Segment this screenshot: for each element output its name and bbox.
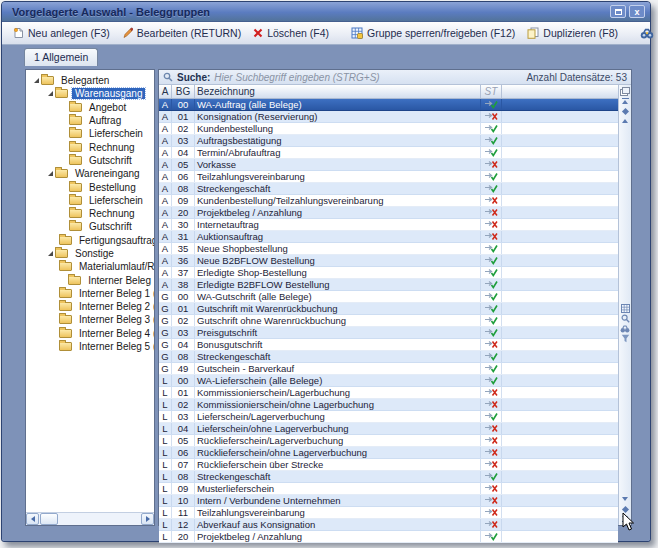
table-row[interactable]: A02Kundenbestellung: [159, 123, 618, 135]
tree-item-wareneingang[interactable]: Wareneingang: [26, 167, 154, 180]
scroll-up-icon[interactable]: [620, 116, 631, 126]
toolbar-button-duplicate[interactable]: Duplizieren (F8): [522, 25, 623, 41]
table-row[interactable]: L03Lieferschein/Lagerverbuchung: [159, 411, 618, 423]
table-row[interactable]: G04Bonusgutschrift: [159, 339, 618, 351]
search-input[interactable]: Hier Suchbegriff eingeben (STRG+S): [214, 72, 522, 83]
scroll-to-top-icon[interactable]: [620, 96, 631, 106]
table-row[interactable]: G49Gutschein - Barverkauf: [159, 363, 618, 375]
status-active-icon: [481, 123, 502, 134]
table-row[interactable]: A38Erledigte B2BFLOW Bestellung: [159, 279, 618, 291]
tree-item-auftrag[interactable]: Auftrag: [26, 114, 154, 127]
tree-item-interner-beleg-3-pps[interactable]: Interner Beleg 3 (PPS): [26, 313, 154, 326]
tab-allgemein[interactable]: 1 Allgemein: [24, 48, 98, 66]
table-row[interactable]: L08Streckengeschäft: [159, 471, 618, 483]
column-header-a[interactable]: A: [159, 85, 172, 98]
table-row[interactable]: L01Kommissionierschein/Lagerbuchung: [159, 387, 618, 399]
table-row[interactable]: L02Kommissionierschein/ohne Lagerbuchung: [159, 399, 618, 411]
tree-item-interner-beleg-1-pps[interactable]: Interner Beleg 1 (PPS): [26, 287, 154, 300]
table-row[interactable]: A37Erledigte Shop-Bestellung: [159, 267, 618, 279]
table-row[interactable]: G08Streckengeschäft: [159, 351, 618, 363]
column-chooser-icon[interactable]: [620, 86, 631, 96]
tree-scrollbar-thumb[interactable]: [40, 513, 58, 525]
table-row[interactable]: G00WA-Gutschrift (alle Belege): [159, 291, 618, 303]
status-locked-icon: [481, 159, 502, 170]
tree-item-interner-beleg-4-pps[interactable]: Interner Beleg 4 (PPS): [26, 327, 154, 340]
tree-item-gutschrift[interactable]: Gutschrift: [26, 220, 154, 233]
table-row[interactable]: G03Preisgutschrift: [159, 327, 618, 339]
table-row[interactable]: A01Konsignation (Reservierung): [159, 111, 618, 123]
toolbar-button-search[interactable]: Suchen (STRG+S): [635, 25, 658, 41]
table-row[interactable]: A30Internetauftrag: [159, 219, 618, 231]
tree-item-interner-beleg[interactable]: Interner Beleg: [26, 273, 154, 286]
table-row[interactable]: L10Intern / Verbundene Unternehmen: [159, 495, 618, 507]
tree-expander-icon[interactable]: [45, 251, 55, 256]
table-row[interactable]: G01Gutschrift mit Warenrückbuchung: [159, 303, 618, 315]
toolbar-button-delete[interactable]: Löschen (F4): [248, 25, 334, 41]
table-row[interactable]: A05Vorkasse: [159, 159, 618, 171]
table-row[interactable]: A20Projektbeleg / Anzahlung: [159, 207, 618, 219]
table-row[interactable]: A00WA-Auftrag (alle Belege): [159, 99, 618, 111]
filter-icon[interactable]: [620, 334, 631, 344]
tree-item-lieferschein[interactable]: Lieferschein: [26, 127, 154, 140]
tree-item-angebot[interactable]: Angebot: [26, 101, 154, 114]
tree-item-fertigungsauftrag-pps[interactable]: Fertigungsauftrag (PPS): [26, 234, 154, 247]
tree-item-warenausgang[interactable]: Warenausgang: [26, 87, 154, 100]
table-row[interactable]: A06Teilzahlungsvereinbarung: [159, 171, 618, 183]
tree-item-belegarten[interactable]: Belegarten: [26, 74, 154, 87]
find-icon[interactable]: [620, 324, 631, 334]
scroll-marker-top-icon[interactable]: [620, 106, 631, 116]
cell-filler: [502, 111, 618, 122]
restore-button[interactable]: [610, 5, 626, 18]
tree-item-interner-beleg-2-pps[interactable]: Interner Beleg 2 (PPS): [26, 300, 154, 313]
close-button[interactable]: x: [629, 5, 645, 18]
table-row[interactable]: L04Lieferschein/ohne Lagerverbuchung: [159, 423, 618, 435]
tree-item-bestellung[interactable]: Bestellung: [26, 180, 154, 193]
grid-view-icon[interactable]: [620, 304, 631, 314]
table-row[interactable]: A36Neue B2BFLOW Bestellung: [159, 255, 618, 267]
tree-horizontal-scrollbar[interactable]: [26, 512, 154, 525]
table-row[interactable]: A31Auktionsauftrag: [159, 231, 618, 243]
tree-item-interner-beleg-5-pps[interactable]: Interner Beleg 5 (PPS): [26, 340, 154, 353]
column-header-bezeichnung[interactable]: Bezeichnung: [195, 85, 481, 98]
scroll-down-icon[interactable]: [620, 494, 631, 504]
table-row[interactable]: A08Streckengeschäft: [159, 183, 618, 195]
table-row[interactable]: L11Teilzahlungsvereinbarung: [159, 507, 618, 519]
table-row[interactable]: A03Auftragsbestätigung: [159, 135, 618, 147]
tree-item-gutschrift[interactable]: Gutschrift: [26, 154, 154, 167]
table-row[interactable]: L00WA-Lieferschein (alle Belege): [159, 375, 618, 387]
toolbar-button-lock[interactable]: Gruppe sperren/freigeben (F12): [346, 25, 520, 41]
cell-art: L: [159, 447, 172, 458]
table-row[interactable]: L05Rücklieferschein/Lagerverbuchung: [159, 435, 618, 447]
table-row[interactable]: A09Kundenbestellung/Teilzahlungsvereinba…: [159, 195, 618, 207]
table-row[interactable]: L12Abverkauf aus Konsignation: [159, 519, 618, 531]
tree-item-rechnung[interactable]: Rechnung: [26, 140, 154, 153]
scroll-right-button[interactable]: [141, 513, 154, 525]
tree-item-lieferschein[interactable]: Lieferschein: [26, 194, 154, 207]
table-row[interactable]: L07Rücklieferschein über Strecke: [159, 459, 618, 471]
tree-item-materialumlauf-reparatur[interactable]: Materialumlauf/Reparatur: [26, 260, 154, 273]
search-bar[interactable]: Suche: Hier Suchbegriff eingeben (STRG+S…: [159, 70, 631, 85]
table-row[interactable]: L20Projektbeleg / Anzahlung: [159, 531, 618, 543]
tree-item-sonstige[interactable]: Sonstige: [26, 247, 154, 260]
zoom-icon[interactable]: [620, 314, 631, 324]
scroll-left-icon: [31, 516, 35, 522]
title-bar[interactable]: Vorgelagerte Auswahl - Beleggruppen x: [2, 2, 650, 22]
toolbar-button-edit[interactable]: Bearbeiten (RETURN): [117, 25, 246, 41]
window-title: Vorgelagerte Auswahl - Beleggruppen: [12, 6, 610, 18]
table-row[interactable]: G02Gutschrift ohne Warenrückbuchung: [159, 315, 618, 327]
table-row[interactable]: L09Musterlieferschein: [159, 483, 618, 495]
column-header-st[interactable]: ST: [481, 85, 502, 98]
toolbar-button-new[interactable]: Neu anlegen (F3): [8, 25, 115, 41]
tree-expander-icon[interactable]: [31, 78, 41, 83]
tree-expander-icon[interactable]: [45, 91, 55, 96]
folder-icon: [59, 302, 72, 311]
table-row[interactable]: L06Rücklieferschein/ohne Lagerverbuchung: [159, 447, 618, 459]
tree-item-rechnung[interactable]: Rechnung: [26, 207, 154, 220]
tree-expander-icon[interactable]: [45, 171, 55, 176]
table-row[interactable]: A35Neue Shopbestellung: [159, 243, 618, 255]
column-header-bg[interactable]: BG: [172, 85, 195, 98]
status-locked-icon: [481, 219, 502, 230]
cell-bezeichnung: Teilzahlungsvereinbarung: [195, 507, 481, 518]
table-row[interactable]: A04Termin/Abrufauftrag: [159, 147, 618, 159]
scroll-left-button[interactable]: [26, 513, 39, 525]
